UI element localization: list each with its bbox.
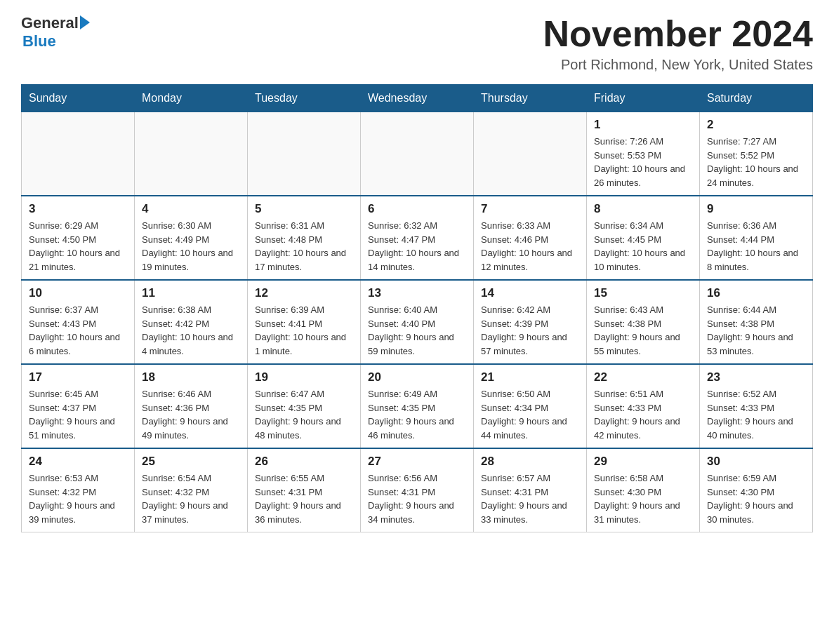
calendar-cell: 3Sunrise: 6:29 AMSunset: 4:50 PMDaylight…	[22, 196, 135, 280]
calendar-cell	[474, 112, 587, 196]
calendar-cell: 1Sunrise: 7:26 AMSunset: 5:53 PMDaylight…	[587, 112, 700, 196]
calendar-cell: 14Sunrise: 6:42 AMSunset: 4:39 PMDayligh…	[474, 280, 587, 364]
calendar-cell: 10Sunrise: 6:37 AMSunset: 4:43 PMDayligh…	[22, 280, 135, 364]
day-info: Sunrise: 7:26 AMSunset: 5:53 PMDaylight:…	[594, 135, 692, 189]
calendar-cell	[361, 112, 474, 196]
calendar-cell: 19Sunrise: 6:47 AMSunset: 4:35 PMDayligh…	[248, 364, 361, 448]
calendar-cell: 8Sunrise: 6:34 AMSunset: 4:45 PMDaylight…	[587, 196, 700, 280]
day-number: 21	[481, 370, 579, 384]
day-number: 24	[29, 455, 127, 469]
calendar-week-row: 3Sunrise: 6:29 AMSunset: 4:50 PMDaylight…	[22, 196, 813, 280]
weekday-header-row: SundayMondayTuesdayWednesdayThursdayFrid…	[22, 85, 813, 112]
day-number: 11	[142, 286, 240, 300]
calendar-cell: 7Sunrise: 6:33 AMSunset: 4:46 PMDaylight…	[474, 196, 587, 280]
header: General Blue November 2024 Port Richmond…	[21, 14, 813, 73]
day-number: 1	[594, 118, 692, 132]
day-info: Sunrise: 6:46 AMSunset: 4:36 PMDaylight:…	[142, 387, 240, 442]
day-number: 8	[594, 202, 692, 216]
calendar-cell: 6Sunrise: 6:32 AMSunset: 4:47 PMDaylight…	[361, 196, 474, 280]
day-info: Sunrise: 6:55 AMSunset: 4:31 PMDaylight:…	[255, 471, 353, 526]
calendar-cell: 27Sunrise: 6:56 AMSunset: 4:31 PMDayligh…	[361, 448, 474, 532]
day-number: 4	[142, 202, 240, 216]
logo: General Blue	[21, 14, 90, 51]
calendar-cell: 16Sunrise: 6:44 AMSunset: 4:38 PMDayligh…	[700, 280, 813, 364]
calendar-cell	[22, 112, 135, 196]
calendar-cell: 2Sunrise: 7:27 AMSunset: 5:52 PMDaylight…	[700, 112, 813, 196]
calendar-cell	[248, 112, 361, 196]
calendar-cell: 29Sunrise: 6:58 AMSunset: 4:30 PMDayligh…	[587, 448, 700, 532]
day-number: 7	[481, 202, 579, 216]
day-info: Sunrise: 6:37 AMSunset: 4:43 PMDaylight:…	[29, 303, 127, 358]
day-info: Sunrise: 6:36 AMSunset: 4:44 PMDaylight:…	[707, 219, 805, 274]
day-info: Sunrise: 6:51 AMSunset: 4:33 PMDaylight:…	[594, 387, 692, 442]
calendar-cell: 13Sunrise: 6:40 AMSunset: 4:40 PMDayligh…	[361, 280, 474, 364]
day-info: Sunrise: 6:30 AMSunset: 4:49 PMDaylight:…	[142, 219, 240, 274]
day-number: 6	[368, 202, 466, 216]
weekday-header-tuesday: Tuesday	[248, 85, 361, 112]
calendar-cell: 24Sunrise: 6:53 AMSunset: 4:32 PMDayligh…	[22, 448, 135, 532]
calendar-week-row: 10Sunrise: 6:37 AMSunset: 4:43 PMDayligh…	[22, 280, 813, 364]
day-number: 23	[707, 370, 805, 384]
day-info: Sunrise: 6:40 AMSunset: 4:40 PMDaylight:…	[368, 303, 466, 358]
calendar-cell	[135, 112, 248, 196]
calendar-week-row: 1Sunrise: 7:26 AMSunset: 5:53 PMDaylight…	[22, 112, 813, 196]
weekday-header-saturday: Saturday	[700, 85, 813, 112]
logo-arrow-icon	[80, 15, 90, 29]
day-info: Sunrise: 6:49 AMSunset: 4:35 PMDaylight:…	[368, 387, 466, 442]
month-title: November 2024	[543, 14, 813, 54]
day-info: Sunrise: 6:58 AMSunset: 4:30 PMDaylight:…	[594, 471, 692, 526]
calendar-week-row: 17Sunrise: 6:45 AMSunset: 4:37 PMDayligh…	[22, 364, 813, 448]
title-area: November 2024 Port Richmond, New York, U…	[543, 14, 813, 73]
day-info: Sunrise: 6:54 AMSunset: 4:32 PMDaylight:…	[142, 471, 240, 526]
day-info: Sunrise: 6:53 AMSunset: 4:32 PMDaylight:…	[29, 471, 127, 526]
calendar-cell: 23Sunrise: 6:52 AMSunset: 4:33 PMDayligh…	[700, 364, 813, 448]
day-info: Sunrise: 6:59 AMSunset: 4:30 PMDaylight:…	[707, 471, 805, 526]
day-number: 27	[368, 455, 466, 469]
weekday-header-friday: Friday	[587, 85, 700, 112]
day-number: 18	[142, 370, 240, 384]
day-number: 12	[255, 286, 353, 300]
day-number: 9	[707, 202, 805, 216]
day-number: 14	[481, 286, 579, 300]
day-info: Sunrise: 7:27 AMSunset: 5:52 PMDaylight:…	[707, 135, 805, 189]
day-number: 20	[368, 370, 466, 384]
calendar-cell: 17Sunrise: 6:45 AMSunset: 4:37 PMDayligh…	[22, 364, 135, 448]
calendar-cell: 15Sunrise: 6:43 AMSunset: 4:38 PMDayligh…	[587, 280, 700, 364]
weekday-header-sunday: Sunday	[22, 85, 135, 112]
day-info: Sunrise: 6:45 AMSunset: 4:37 PMDaylight:…	[29, 387, 127, 442]
calendar-week-row: 24Sunrise: 6:53 AMSunset: 4:32 PMDayligh…	[22, 448, 813, 532]
day-info: Sunrise: 6:50 AMSunset: 4:34 PMDaylight:…	[481, 387, 579, 442]
day-info: Sunrise: 6:32 AMSunset: 4:47 PMDaylight:…	[368, 219, 466, 274]
calendar-cell: 25Sunrise: 6:54 AMSunset: 4:32 PMDayligh…	[135, 448, 248, 532]
day-info: Sunrise: 6:33 AMSunset: 4:46 PMDaylight:…	[481, 219, 579, 274]
calendar-cell: 9Sunrise: 6:36 AMSunset: 4:44 PMDaylight…	[700, 196, 813, 280]
day-info: Sunrise: 6:29 AMSunset: 4:50 PMDaylight:…	[29, 219, 127, 274]
day-info: Sunrise: 6:38 AMSunset: 4:42 PMDaylight:…	[142, 303, 240, 358]
day-number: 10	[29, 286, 127, 300]
logo-general-text: General	[21, 14, 79, 32]
calendar-cell: 28Sunrise: 6:57 AMSunset: 4:31 PMDayligh…	[474, 448, 587, 532]
day-number: 15	[594, 286, 692, 300]
calendar-cell: 18Sunrise: 6:46 AMSunset: 4:36 PMDayligh…	[135, 364, 248, 448]
day-number: 5	[255, 202, 353, 216]
day-info: Sunrise: 6:52 AMSunset: 4:33 PMDaylight:…	[707, 387, 805, 442]
calendar-cell: 20Sunrise: 6:49 AMSunset: 4:35 PMDayligh…	[361, 364, 474, 448]
calendar-cell: 5Sunrise: 6:31 AMSunset: 4:48 PMDaylight…	[248, 196, 361, 280]
weekday-header-thursday: Thursday	[474, 85, 587, 112]
calendar-cell: 21Sunrise: 6:50 AMSunset: 4:34 PMDayligh…	[474, 364, 587, 448]
day-number: 25	[142, 455, 240, 469]
calendar-cell: 12Sunrise: 6:39 AMSunset: 4:41 PMDayligh…	[248, 280, 361, 364]
day-number: 3	[29, 202, 127, 216]
day-number: 28	[481, 455, 579, 469]
day-number: 13	[368, 286, 466, 300]
day-info: Sunrise: 6:34 AMSunset: 4:45 PMDaylight:…	[594, 219, 692, 274]
calendar-cell: 4Sunrise: 6:30 AMSunset: 4:49 PMDaylight…	[135, 196, 248, 280]
day-info: Sunrise: 6:39 AMSunset: 4:41 PMDaylight:…	[255, 303, 353, 358]
day-info: Sunrise: 6:43 AMSunset: 4:38 PMDaylight:…	[594, 303, 692, 358]
calendar-cell: 26Sunrise: 6:55 AMSunset: 4:31 PMDayligh…	[248, 448, 361, 532]
day-info: Sunrise: 6:56 AMSunset: 4:31 PMDaylight:…	[368, 471, 466, 526]
day-info: Sunrise: 6:42 AMSunset: 4:39 PMDaylight:…	[481, 303, 579, 358]
day-number: 16	[707, 286, 805, 300]
day-info: Sunrise: 6:47 AMSunset: 4:35 PMDaylight:…	[255, 387, 353, 442]
day-info: Sunrise: 6:44 AMSunset: 4:38 PMDaylight:…	[707, 303, 805, 358]
